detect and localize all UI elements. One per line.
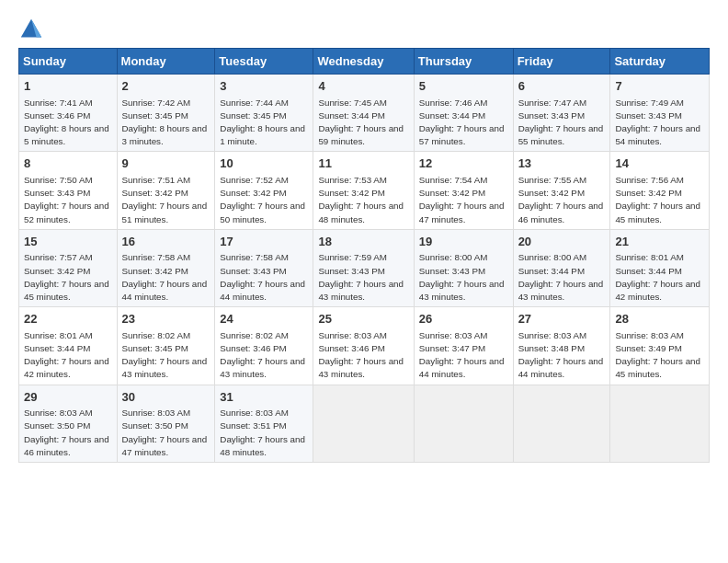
day-cell: 19Sunrise: 8:00 AMSunset: 3:43 PMDayligh… (414, 229, 513, 306)
day-info: Sunrise: 7:42 AMSunset: 3:45 PMDaylight:… (122, 98, 208, 147)
day-cell: 27Sunrise: 8:03 AMSunset: 3:48 PMDayligh… (513, 307, 610, 385)
day-cell: 1Sunrise: 7:41 AMSunset: 3:46 PMDaylight… (19, 75, 118, 152)
day-number: 19 (419, 234, 508, 250)
day-number: 15 (24, 234, 112, 250)
col-header-wednesday: Wednesday (313, 49, 414, 75)
col-header-tuesday: Tuesday (215, 49, 313, 75)
logo (18, 17, 48, 42)
col-header-sunday: Sunday (19, 49, 118, 75)
day-cell: 28Sunrise: 8:03 AMSunset: 3:49 PMDayligh… (610, 307, 710, 385)
day-number: 24 (220, 311, 308, 327)
day-cell: 5Sunrise: 7:46 AMSunset: 3:44 PMDaylight… (414, 75, 513, 152)
day-info: Sunrise: 8:03 AMSunset: 3:46 PMDaylight:… (318, 330, 404, 380)
week-row-1: 1Sunrise: 7:41 AMSunset: 3:46 PMDaylight… (19, 75, 710, 152)
day-info: Sunrise: 7:41 AMSunset: 3:46 PMDaylight:… (24, 98, 109, 147)
day-number: 25 (318, 311, 408, 327)
day-number: 14 (615, 155, 704, 172)
day-number: 2 (122, 78, 210, 95)
day-info: Sunrise: 7:46 AMSunset: 3:44 PMDaylight:… (419, 98, 505, 147)
calendar-page: SundayMondayTuesdayWednesdayThursdayFrid… (0, 0, 728, 563)
day-info: Sunrise: 7:45 AMSunset: 3:44 PMDaylight:… (318, 98, 404, 147)
day-number: 30 (122, 389, 210, 406)
day-info: Sunrise: 8:00 AMSunset: 3:44 PMDaylight:… (518, 252, 604, 302)
day-number: 22 (24, 311, 112, 327)
day-cell: 24Sunrise: 8:02 AMSunset: 3:46 PMDayligh… (215, 307, 313, 385)
day-number: 9 (122, 155, 210, 172)
day-cell: 31Sunrise: 8:03 AMSunset: 3:51 PMDayligh… (215, 385, 313, 462)
logo-icon (18, 17, 44, 42)
day-info: Sunrise: 7:47 AMSunset: 3:43 PMDaylight:… (518, 98, 604, 147)
day-number: 6 (518, 78, 606, 95)
col-header-friday: Friday (513, 49, 610, 75)
day-number: 29 (24, 389, 112, 406)
col-header-saturday: Saturday (610, 49, 710, 75)
day-number: 16 (122, 234, 210, 250)
day-number: 17 (220, 234, 308, 250)
day-cell: 3Sunrise: 7:44 AMSunset: 3:45 PMDaylight… (215, 75, 313, 152)
day-info: Sunrise: 8:02 AMSunset: 3:46 PMDaylight:… (220, 330, 305, 380)
day-number: 26 (419, 311, 508, 327)
day-number: 7 (615, 78, 704, 95)
day-cell: 13Sunrise: 7:55 AMSunset: 3:42 PMDayligh… (513, 152, 610, 229)
day-cell (513, 385, 610, 462)
day-cell: 14Sunrise: 7:56 AMSunset: 3:42 PMDayligh… (610, 152, 710, 229)
day-info: Sunrise: 8:01 AMSunset: 3:44 PMDaylight:… (615, 252, 700, 302)
col-header-thursday: Thursday (414, 49, 513, 75)
day-cell: 7Sunrise: 7:49 AMSunset: 3:43 PMDaylight… (610, 75, 710, 152)
day-info: Sunrise: 8:03 AMSunset: 3:47 PMDaylight:… (419, 330, 505, 380)
day-cell: 15Sunrise: 7:57 AMSunset: 3:42 PMDayligh… (19, 229, 118, 306)
day-number: 1 (24, 78, 112, 95)
day-cell: 6Sunrise: 7:47 AMSunset: 3:43 PMDaylight… (513, 75, 610, 152)
day-cell (313, 385, 414, 462)
day-info: Sunrise: 8:03 AMSunset: 3:48 PMDaylight:… (518, 330, 604, 380)
day-cell: 21Sunrise: 8:01 AMSunset: 3:44 PMDayligh… (610, 229, 710, 306)
day-cell: 16Sunrise: 7:58 AMSunset: 3:42 PMDayligh… (117, 229, 215, 306)
day-number: 21 (615, 234, 704, 250)
day-number: 10 (220, 155, 308, 172)
day-info: Sunrise: 8:03 AMSunset: 3:50 PMDaylight:… (122, 408, 208, 457)
day-cell: 4Sunrise: 7:45 AMSunset: 3:44 PMDaylight… (313, 75, 414, 152)
day-info: Sunrise: 7:58 AMSunset: 3:43 PMDaylight:… (220, 252, 305, 302)
day-cell: 23Sunrise: 8:02 AMSunset: 3:45 PMDayligh… (117, 307, 215, 385)
day-number: 23 (122, 311, 210, 327)
col-header-monday: Monday (117, 49, 215, 75)
day-cell: 17Sunrise: 7:58 AMSunset: 3:43 PMDayligh… (215, 229, 313, 306)
day-info: Sunrise: 8:03 AMSunset: 3:49 PMDaylight:… (615, 330, 700, 380)
day-cell: 29Sunrise: 8:03 AMSunset: 3:50 PMDayligh… (19, 385, 118, 462)
day-cell: 9Sunrise: 7:51 AMSunset: 3:42 PMDaylight… (117, 152, 215, 229)
day-number: 31 (220, 389, 308, 406)
week-row-5: 29Sunrise: 8:03 AMSunset: 3:50 PMDayligh… (19, 385, 710, 462)
day-info: Sunrise: 7:50 AMSunset: 3:43 PMDaylight:… (24, 175, 109, 224)
header (18, 17, 710, 42)
day-info: Sunrise: 7:44 AMSunset: 3:45 PMDaylight:… (220, 98, 305, 147)
day-number: 27 (518, 311, 606, 327)
header-row: SundayMondayTuesdayWednesdayThursdayFrid… (19, 49, 710, 75)
day-number: 20 (518, 234, 606, 250)
day-info: Sunrise: 8:02 AMSunset: 3:45 PMDaylight:… (122, 330, 208, 380)
day-info: Sunrise: 7:59 AMSunset: 3:43 PMDaylight:… (318, 252, 404, 302)
day-cell: 25Sunrise: 8:03 AMSunset: 3:46 PMDayligh… (313, 307, 414, 385)
day-number: 28 (615, 311, 704, 327)
day-cell: 10Sunrise: 7:52 AMSunset: 3:42 PMDayligh… (215, 152, 313, 229)
day-info: Sunrise: 7:58 AMSunset: 3:42 PMDaylight:… (122, 252, 208, 302)
calendar-table: SundayMondayTuesdayWednesdayThursdayFrid… (18, 48, 710, 463)
day-info: Sunrise: 8:01 AMSunset: 3:44 PMDaylight:… (24, 330, 109, 380)
day-number: 3 (220, 78, 308, 95)
day-info: Sunrise: 7:49 AMSunset: 3:43 PMDaylight:… (615, 98, 700, 147)
day-cell: 2Sunrise: 7:42 AMSunset: 3:45 PMDaylight… (117, 75, 215, 152)
day-info: Sunrise: 8:03 AMSunset: 3:50 PMDaylight:… (24, 408, 109, 457)
day-info: Sunrise: 7:52 AMSunset: 3:42 PMDaylight:… (220, 175, 305, 224)
day-cell: 20Sunrise: 8:00 AMSunset: 3:44 PMDayligh… (513, 229, 610, 306)
day-cell (414, 385, 513, 462)
week-row-3: 15Sunrise: 7:57 AMSunset: 3:42 PMDayligh… (19, 229, 710, 306)
day-number: 5 (419, 78, 508, 95)
day-cell: 22Sunrise: 8:01 AMSunset: 3:44 PMDayligh… (19, 307, 118, 385)
day-info: Sunrise: 7:54 AMSunset: 3:42 PMDaylight:… (419, 175, 505, 224)
day-cell (610, 385, 710, 462)
week-row-4: 22Sunrise: 8:01 AMSunset: 3:44 PMDayligh… (19, 307, 710, 385)
day-number: 8 (24, 155, 112, 172)
day-number: 4 (318, 78, 408, 95)
day-info: Sunrise: 7:53 AMSunset: 3:42 PMDaylight:… (318, 175, 404, 224)
day-info: Sunrise: 8:03 AMSunset: 3:51 PMDaylight:… (220, 408, 305, 457)
day-cell: 26Sunrise: 8:03 AMSunset: 3:47 PMDayligh… (414, 307, 513, 385)
